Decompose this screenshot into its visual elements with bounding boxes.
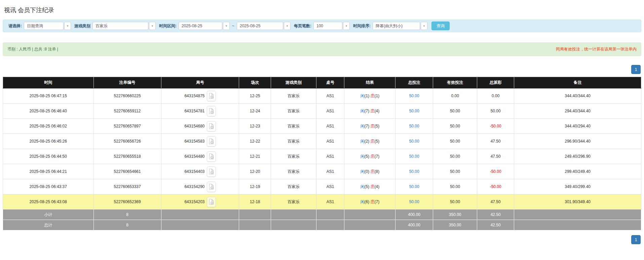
- result-player-count: (5): [364, 184, 370, 189]
- cell-valid-bet: 50.00: [433, 179, 477, 194]
- time-sort-label: 时间排序:: [353, 23, 371, 29]
- search-button[interactable]: 查询: [431, 22, 450, 30]
- summary-bar: 币别 : 人民币 | 总共 :8 注单 | 同局有效投注，统一计算在该局第一张注…: [3, 42, 641, 56]
- table-row[interactable]: 2025-08-25 06:43:37522760653337643154290…: [3, 179, 641, 194]
- total-count: 8: [93, 210, 161, 220]
- video-replay-icon: [209, 169, 214, 175]
- date-from-select[interactable]: 2025-08-25 ▼: [179, 22, 230, 30]
- cell-note: 344.40/344.40: [514, 88, 641, 104]
- summary-currency-count: 币别 : 人民币 | 总共 :8 注单 |: [7, 46, 58, 52]
- round-id-text: 643154203: [184, 199, 204, 204]
- cell-payout: 47.50: [477, 149, 514, 164]
- column-header: 桌号: [316, 77, 344, 88]
- time-sort-select[interactable]: 降幂(由大到小) ▼: [373, 22, 427, 30]
- cell-note: 301.90/349.40: [514, 194, 641, 210]
- cell-result: 闲(1) 庄(1): [344, 88, 395, 104]
- cell-round-id: 643154680: [161, 119, 239, 134]
- cell-payout: -50.00: [477, 179, 514, 194]
- chevron-down-icon[interactable]: ▼: [149, 22, 156, 30]
- cell-time: 2025-08-25 06:47:15: [3, 88, 94, 104]
- page-1-button[interactable]: 1: [631, 235, 641, 244]
- cell-valid-bet: 50.00: [433, 119, 477, 134]
- result-player-label: 闲: [360, 109, 364, 113]
- cell-valid-bet: 0.00: [433, 88, 477, 104]
- cell-session: 12-25: [239, 88, 271, 104]
- total-bet-link[interactable]: 50.00: [409, 139, 419, 144]
- date-to-select[interactable]: 2025-08-25 ▼: [237, 22, 291, 30]
- query-type-select[interactable]: 日期查询 ▼: [24, 22, 71, 30]
- cell-bet-id: 522760652369: [93, 194, 161, 210]
- page-size-select[interactable]: 100 ▼: [313, 22, 350, 30]
- table-row[interactable]: 2025-08-25 06:47:15522760660225643154875…: [3, 88, 641, 104]
- total-empty-cell: [239, 220, 271, 230]
- cell-payout: 50.00: [477, 104, 514, 119]
- round-id-wrap: 643154875: [184, 91, 216, 101]
- cell-round-id: 643154781: [161, 104, 239, 119]
- cell-result: 闲(5) 庄(4): [344, 179, 395, 194]
- total-bet-link[interactable]: 50.00: [409, 109, 419, 113]
- page-1-button[interactable]: 1: [631, 65, 641, 74]
- result-player-label: 闲: [360, 199, 364, 204]
- total-empty-cell: [161, 210, 239, 220]
- video-replay-button[interactable]: [207, 106, 216, 116]
- table-row[interactable]: 2025-08-25 06:43:08522760652369643154203…: [3, 194, 641, 210]
- table-row[interactable]: 2025-08-25 06:46:40522760659112643154781…: [3, 104, 641, 119]
- video-replay-button[interactable]: [207, 166, 216, 177]
- video-replay-icon: [209, 153, 214, 159]
- cell-total-bet: 50.00: [395, 194, 433, 210]
- chevron-down-icon[interactable]: ▼: [421, 22, 427, 30]
- column-header: 有效投注: [433, 77, 477, 88]
- total-bet-link[interactable]: 50.00: [409, 124, 419, 128]
- cell-game-category: 百家乐: [271, 179, 316, 194]
- cell-bet-id: 522760660225: [93, 88, 161, 104]
- cell-table-number: AS1: [316, 104, 344, 119]
- table-row[interactable]: 2025-08-25 06:46:02522760657897643154680…: [3, 119, 641, 134]
- cell-table-number: AS1: [316, 179, 344, 194]
- cell-payout: 0.00: [477, 88, 514, 104]
- round-id-wrap: 643154583: [184, 136, 216, 147]
- cell-payout: 47.50: [477, 134, 514, 149]
- video-replay-icon: [209, 184, 214, 190]
- cell-total-bet: 50.00: [395, 149, 433, 164]
- total-bet-link[interactable]: 50.00: [409, 169, 419, 174]
- cell-session: 12-18: [239, 194, 271, 210]
- total-bet-link[interactable]: 50.00: [409, 94, 419, 98]
- total-bet-link[interactable]: 50.00: [409, 154, 419, 159]
- video-replay-button[interactable]: [207, 197, 216, 207]
- round-id-text: 643154583: [184, 139, 204, 144]
- chevron-down-icon[interactable]: ▼: [223, 22, 230, 30]
- column-header: 局号: [161, 77, 239, 88]
- video-replay-icon: [209, 199, 214, 205]
- cell-result: 闲(5) 庄(7): [344, 149, 395, 164]
- total-bet-link[interactable]: 50.00: [409, 184, 419, 189]
- table-row[interactable]: 2025-08-25 06:44:21522760654661643154403…: [3, 164, 641, 179]
- round-id-wrap: 643154290: [184, 182, 216, 192]
- game-category-select[interactable]: 百家乐 ▼: [92, 22, 156, 30]
- table-row[interactable]: 2025-08-25 06:44:50522760655518643154480…: [3, 149, 641, 164]
- cell-valid-bet: 50.00: [433, 164, 477, 179]
- page-size-label: 每页笔数:: [294, 23, 311, 29]
- video-replay-button[interactable]: [207, 136, 216, 147]
- subtotal-row: 小计8400.00350.0042.50: [3, 210, 641, 220]
- table-body: 2025-08-25 06:47:15522760660225643154875…: [3, 88, 641, 230]
- video-replay-button[interactable]: [207, 121, 216, 132]
- total-empty-cell: [316, 220, 344, 230]
- chevron-down-icon[interactable]: ▼: [343, 22, 350, 30]
- cell-valid-bet: 50.00: [433, 149, 477, 164]
- chevron-down-icon[interactable]: ▼: [284, 22, 291, 30]
- query-type-label: 请选择:: [8, 23, 22, 29]
- round-id-text: 643154403: [184, 169, 204, 174]
- total-bet-link[interactable]: 50.00: [409, 199, 419, 204]
- result-player-count: (5): [364, 154, 370, 159]
- cell-table-number: AS1: [316, 149, 344, 164]
- video-replay-button[interactable]: [207, 182, 216, 192]
- table-row[interactable]: 2025-08-25 06:45:26522760656726643154583…: [3, 134, 641, 149]
- cell-time: 2025-08-25 06:44:21: [3, 164, 94, 179]
- video-replay-button[interactable]: [207, 91, 216, 101]
- chevron-down-icon[interactable]: ▼: [64, 22, 71, 30]
- total-empty-cell: [514, 210, 641, 220]
- round-id-text: 643154290: [184, 184, 204, 189]
- video-replay-button[interactable]: [207, 151, 216, 162]
- result-banker-count: (8): [374, 169, 379, 174]
- cell-note: 299.40/249.40: [514, 164, 641, 179]
